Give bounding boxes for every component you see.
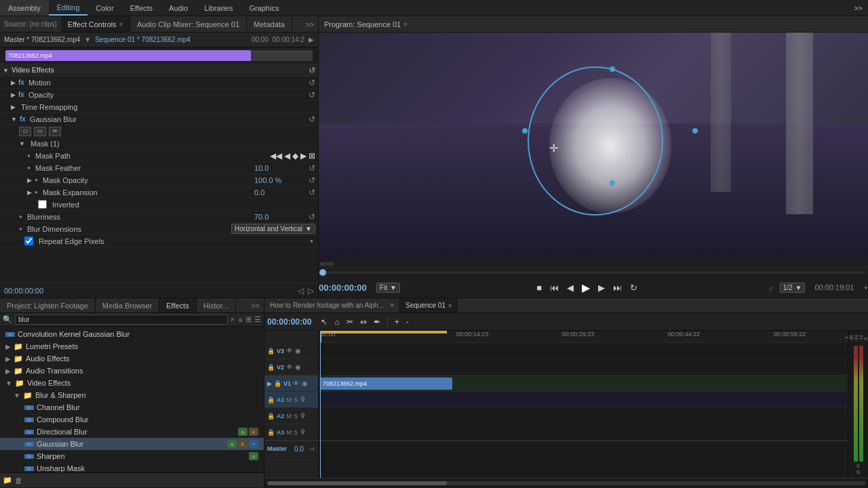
scroll-thumb[interactable] [267,481,447,485]
tl-zoom-in[interactable]: + [392,316,402,328]
tl-slip-tool[interactable]: ⇔ [357,316,370,328]
mask-opacity-row[interactable]: ▶ ● Mask Opacity 100.0 % ↺ [0,174,318,186]
tl-razor-tool[interactable]: ✂ [344,316,356,328]
search-filter-btn[interactable]: ≡ [239,316,243,324]
playhead-track[interactable] [321,271,865,274]
rect-mask-btn[interactable]: ▭ [34,127,46,136]
a1-s-btn[interactable]: S [294,396,298,403]
v2-lock-icon[interactable]: 🔒 [267,364,275,371]
panel-more-btn[interactable]: >> [247,298,264,312]
tab-audio-mixer[interactable]: Audio Clip Mixer: Sequence 01 [130,16,247,32]
nav-libraries[interactable]: Libraries [196,0,241,16]
add-to-timeline-btn[interactable]: + [864,283,868,291]
mask-point-right[interactable] [692,128,698,134]
tree-audio-effects[interactable]: ▶ 📁 Audio Effects [0,352,264,365]
tree-sharpen[interactable]: fx Sharpen a [0,450,264,462]
tab-effects[interactable]: Effects [159,298,196,312]
v3-lock-icon[interactable]: 🔒 [267,348,275,354]
v3-eye-icon[interactable]: 👁 [286,347,293,354]
next-frame-btn[interactable]: ▶ [596,283,607,293]
a1-mic-icon[interactable]: 🎙 [300,396,307,403]
tree-audio-transitions[interactable]: ▶ 📁 Audio Transitions [0,365,264,377]
v1-select[interactable]: ▶ [267,380,272,387]
master-end-icon[interactable]: ⊣ [309,445,315,453]
stop-btn[interactable]: ■ [534,283,544,293]
tree-compound-blur[interactable]: fx Compound Blur [0,413,264,426]
step-fwd-btn[interactable]: ⏭ [611,283,624,293]
repeat-edge-checkbox[interactable] [24,237,33,245]
gaussian-blur-row[interactable]: ▼ fx Gaussian Blur ↺ [0,113,318,125]
tl-ripple-tool[interactable]: ⌂ [332,316,342,328]
tree-blur-sharpen[interactable]: ▼ 📁 Blur & Sharpen [0,389,264,401]
mask-prev-frame[interactable]: ◀ [284,151,290,161]
mask-expansion-row[interactable]: ▶ ● Mask Expansion 0.0 ↺ [0,186,318,199]
play-btn[interactable]: ▶ [580,281,592,294]
fit-dropdown[interactable]: Fit ▼ [376,283,400,293]
work-area-bar[interactable] [320,331,447,333]
v2-eye-icon[interactable]: 👁 [286,363,293,371]
mask-tracking[interactable]: ⊠ [309,151,315,161]
loop-btn[interactable]: ↻ [628,283,639,293]
reset-motion[interactable]: ↺ [309,78,315,87]
a2-mic-icon[interactable]: 🎙 [300,412,307,420]
a3-m-btn[interactable]: M [287,429,292,436]
tl-pen-tool[interactable]: ✒ [371,316,383,328]
step-back-btn[interactable]: ⏮ [548,283,561,293]
motion-row[interactable]: ▶ fx Motion ↺ [0,77,318,89]
reset-gaussian-blur[interactable]: ↺ [309,115,315,124]
tree-directional-blur[interactable]: fx Directional Blur a k [0,426,264,438]
tab-history[interactable]: Histor... [197,298,236,312]
tl-zoom-out[interactable]: - [403,316,412,328]
nav-more[interactable]: >> [848,4,868,12]
blur-dimensions-dropdown[interactable]: Horizontal and Vertical ▼ [231,224,315,234]
reset-video-effects[interactable]: ↺ [309,66,315,75]
mask-prev-keyframe[interactable]: ◀◀ [270,151,282,161]
effects-search-input[interactable] [15,314,228,325]
v2-speaker-icon[interactable]: ◉ [295,363,301,371]
a2-s-btn[interactable]: S [294,413,298,420]
reset-opacity[interactable]: ↺ [309,90,315,100]
ec-btn-1[interactable]: ◁ [298,286,304,296]
v1-eye-icon[interactable]: 👁 [293,380,300,387]
time-remapping-row[interactable]: ▶ Time Remapping [0,101,318,113]
a2-m-btn[interactable]: M [287,413,292,420]
playhead-thumb[interactable] [319,269,326,276]
delete-btn[interactable]: 🗑 [15,476,22,485]
search-grid-btn[interactable]: ⊞ [245,315,252,324]
search-list-btn[interactable]: ☰ [254,315,261,324]
mask-add-keyframe[interactable]: ◆ [292,151,298,161]
timeline-scrollbar[interactable] [264,478,868,487]
nav-graphics[interactable]: Graphics [241,0,287,16]
zoom-icon[interactable]: ⌕ [769,284,773,291]
a1-m-btn[interactable]: M [287,396,292,403]
mask-feather-row[interactable]: ● Mask Feather 10.0 ↺ [0,162,318,174]
a2-lock-icon[interactable]: 🔒 [267,413,275,420]
nav-effects[interactable]: Effects [122,0,161,16]
search-clear-btn[interactable]: × [231,316,235,323]
v1-speaker-icon[interactable]: ◉ [302,380,308,387]
blurriness-row[interactable]: ● Blurriness 70.0 ↺ [0,211,318,223]
reset-mask-feather[interactable]: ↺ [309,163,315,173]
tree-convolution[interactable]: fx Convolution Kernel Gaussian Blur [0,328,264,340]
tree-gaussian-blur[interactable]: fx Gaussian Blur a k + [0,438,264,450]
tab-effect-controls[interactable]: Effect Controls ≡ [61,16,130,32]
ec-btn-2[interactable]: ▷ [308,286,314,296]
timeline-playhead[interactable] [320,331,321,342]
prev-frame-btn[interactable]: ◀ [565,283,576,293]
timeline-tab-tutorial[interactable]: How to Render footage with an Alpha Chan… [264,298,400,312]
nav-color[interactable]: Color [87,0,121,16]
reset-blurriness[interactable]: ↺ [309,212,315,222]
a1-lock-icon[interactable]: 🔒 [267,396,275,403]
inverted-checkbox[interactable] [38,200,47,209]
quality-dropdown[interactable]: 1/2 ▼ [780,283,806,293]
ellipse-mask-btn[interactable]: ⬭ [19,127,31,136]
v3-speaker-icon[interactable]: ◉ [295,347,301,354]
a3-mic-icon[interactable]: 🎙 [300,428,307,436]
timeline-tab-close[interactable]: × [390,302,394,309]
tree-video-effects[interactable]: ▼ 📁 Video Effects [0,377,264,389]
tree-lumetri[interactable]: ▶ 📁 Lumetri Presets [0,340,264,352]
reset-mask-expansion[interactable]: ↺ [309,188,315,197]
tab-media-browser[interactable]: Media Browser [96,298,159,312]
panel-tab-more[interactable]: >> [301,20,318,28]
scroll-track[interactable] [267,481,865,485]
